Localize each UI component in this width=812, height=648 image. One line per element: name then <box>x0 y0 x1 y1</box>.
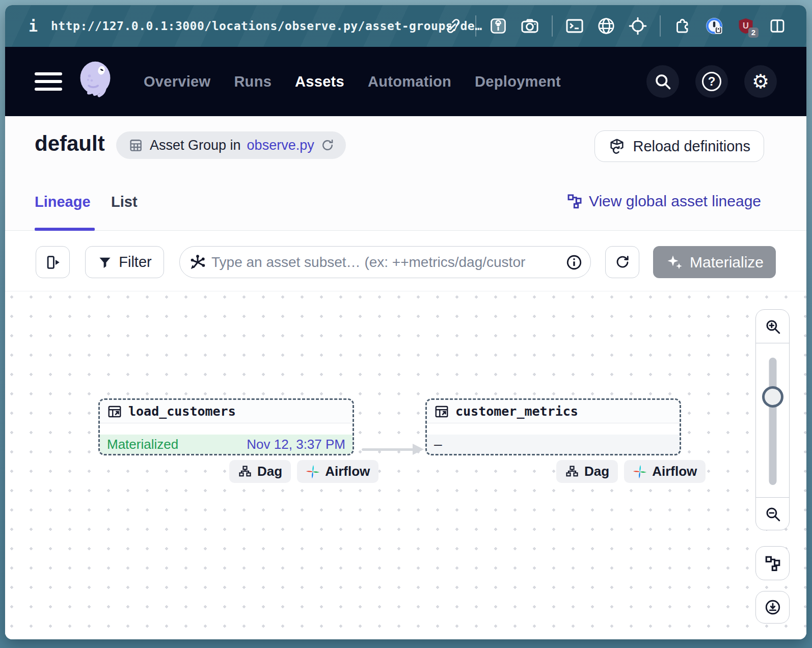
settings-button[interactable]: ⚙ <box>744 65 777 98</box>
view-global-lineage-label: View global asset lineage <box>589 193 761 210</box>
reload-definitions-label: Reload definitions <box>633 138 750 155</box>
asset-node-load-customers[interactable]: load_customers Materialized Nov 12, 3:37… <box>98 398 354 455</box>
badge-file-link[interactable]: observe.py <box>247 138 314 153</box>
badge-text: Asset Group in <box>150 138 241 153</box>
tag-label: Airflow <box>652 464 697 479</box>
nav-item-deployment[interactable]: Deployment <box>475 73 561 90</box>
page-header: default Asset Group in observe.py Reload… <box>5 116 806 231</box>
tag-airflow[interactable]: Airflow <box>624 460 706 483</box>
zoom-in-icon <box>764 318 781 335</box>
target-picker-icon[interactable] <box>628 16 647 36</box>
globe-icon[interactable] <box>597 16 616 36</box>
zoom-control <box>755 309 790 530</box>
asset-subset-input[interactable] <box>179 246 591 278</box>
browser-toolbar: i http://127.0.0.1:3000/locations/observ… <box>5 5 806 47</box>
asset-status: Materialized <box>107 437 178 452</box>
page-info-icon[interactable]: i <box>29 17 38 35</box>
dagster-logo[interactable] <box>74 60 116 103</box>
screenshot-camera-icon[interactable] <box>520 16 539 36</box>
tag-airflow[interactable]: Airflow <box>297 460 378 483</box>
asset-table-icon <box>107 404 122 419</box>
nav-item-assets[interactable]: Assets <box>295 73 344 90</box>
zoom-in-button[interactable] <box>756 310 789 343</box>
extension-flower-icon[interactable] <box>489 16 508 36</box>
reload-definitions-button[interactable]: Reload definitions <box>594 130 764 162</box>
nav-item-overview[interactable]: Overview <box>144 73 210 90</box>
info-icon[interactable] <box>565 254 583 271</box>
asset-group-badge: Asset Group in observe.py <box>116 131 346 159</box>
selector-syntax-icon <box>188 253 207 272</box>
tag-label: Airflow <box>325 464 370 479</box>
menu-hamburger-button[interactable] <box>35 72 62 91</box>
page-title: default <box>35 131 105 156</box>
nav-item-automation[interactable]: Automation <box>368 73 451 90</box>
gear-icon: ⚙ <box>752 72 769 91</box>
airflow-icon <box>306 465 320 479</box>
zoom-slider-thumb[interactable] <box>762 386 783 408</box>
asset-name: load_customers <box>128 404 236 419</box>
sparkle-icon <box>665 253 684 272</box>
tag-row: Dag Airflow <box>556 460 706 483</box>
fit-graph-button[interactable] <box>755 546 790 580</box>
lineage-canvas[interactable]: load_customers Materialized Nov 12, 3:37… <box>5 291 806 639</box>
tag-label: Dag <box>584 464 609 479</box>
lineage-graph-icon <box>764 555 781 572</box>
shield-badge-count: 2 <box>748 28 759 38</box>
materialize-button[interactable]: Materialize <box>653 246 776 278</box>
refresh-graph-button[interactable] <box>605 246 639 278</box>
asset-name: customer_metrics <box>455 404 578 419</box>
address-bar[interactable]: http://127.0.0.1:3000/locations/observe.… <box>51 19 482 33</box>
reload-cube-icon <box>608 138 626 155</box>
filter-button[interactable]: Filter <box>85 246 164 278</box>
tag-dag[interactable]: Dag <box>229 460 291 483</box>
svg-text:U: U <box>743 21 749 30</box>
tab-list[interactable]: List <box>111 194 138 210</box>
tag-dag[interactable]: Dag <box>556 460 618 483</box>
search-button[interactable] <box>646 65 679 98</box>
filter-funnel-icon <box>97 255 113 270</box>
toolbar-divider <box>660 15 661 37</box>
tag-label: Dag <box>257 464 282 479</box>
open-panel-button[interactable] <box>36 246 70 278</box>
filter-label: Filter <box>119 254 151 271</box>
app-navbar: Overview Runs Assets Automation Deployme… <box>5 47 806 116</box>
zoom-slider-track[interactable] <box>769 358 776 485</box>
tab-lineage[interactable]: Lineage <box>35 194 91 210</box>
download-image-button[interactable] <box>755 591 790 624</box>
help-button[interactable]: ? <box>695 65 728 98</box>
asset-subset-field <box>179 246 591 278</box>
lineage-edge-arrow <box>362 446 424 453</box>
search-icon <box>654 72 672 91</box>
copy-link-icon[interactable] <box>444 16 463 36</box>
asset-status-time[interactable]: Nov 12, 3:37 PM <box>247 437 345 452</box>
password-manager-icon[interactable] <box>705 16 724 36</box>
terminal-icon[interactable] <box>565 16 584 36</box>
lineage-toolbar: Filter Materialize <box>5 231 806 291</box>
lineage-graph-icon <box>566 193 583 209</box>
zoom-slider-area <box>756 343 789 497</box>
tag-row: Dag Airflow <box>229 460 378 483</box>
toolbar-divider <box>475 15 476 37</box>
zoom-out-icon <box>764 505 781 523</box>
toolbar-divider <box>552 15 553 37</box>
help-icon: ? <box>702 72 721 91</box>
asset-status: – <box>434 437 442 452</box>
browser-window: i http://127.0.0.1:3000/locations/observ… <box>5 5 806 639</box>
adblock-shield-icon[interactable]: U 2 <box>736 16 755 36</box>
extensions-puzzle-icon[interactable] <box>673 16 692 36</box>
sync-icon[interactable] <box>320 138 335 152</box>
asset-table-icon <box>434 404 449 419</box>
asset-group-icon <box>127 137 144 153</box>
zoom-out-button[interactable] <box>756 497 789 530</box>
nav-links: Overview Runs Assets Automation Deployme… <box>144 73 561 90</box>
view-global-lineage-link[interactable]: View global asset lineage <box>566 193 761 210</box>
dag-icon <box>238 465 252 479</box>
download-icon <box>764 599 781 616</box>
materialize-label: Materialize <box>690 254 764 271</box>
refresh-icon <box>614 254 631 271</box>
panel-expand-icon <box>44 254 62 271</box>
asset-node-customer-metrics[interactable]: customer_metrics – <box>425 398 681 455</box>
sidebar-toggle-icon[interactable] <box>768 16 787 36</box>
airflow-icon <box>633 465 647 479</box>
nav-item-runs[interactable]: Runs <box>234 73 272 90</box>
